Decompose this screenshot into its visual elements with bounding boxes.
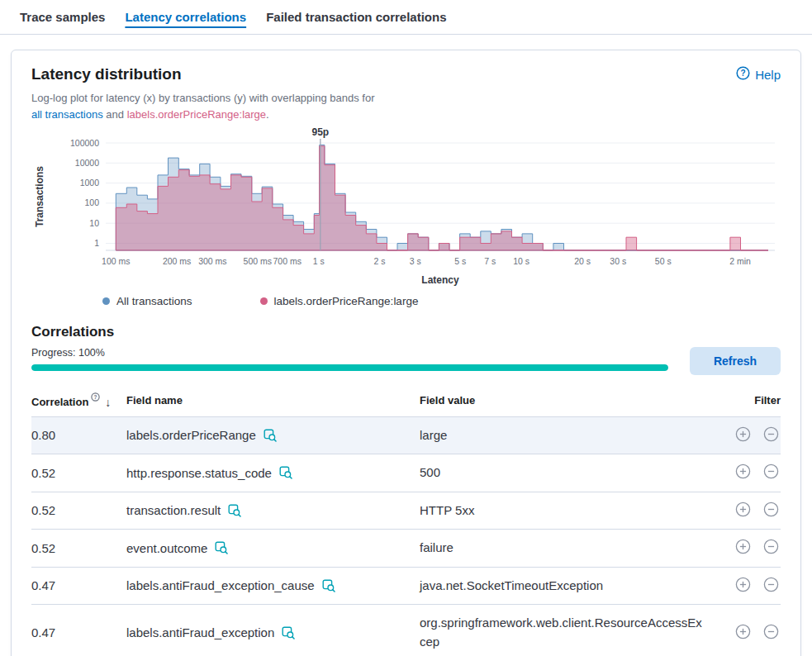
table-row[interactable]: 0.52event.outcomefailure bbox=[31, 530, 781, 568]
field-name: transaction.result bbox=[126, 503, 221, 517]
legend-dot-icon bbox=[102, 297, 110, 305]
legend-item[interactable]: labels.orderPriceRange:large bbox=[260, 295, 419, 307]
tab-failed-transaction-correlations[interactable]: Failed transaction correlations bbox=[266, 10, 446, 34]
inspect-field-icon[interactable] bbox=[282, 626, 295, 639]
help-label: Help bbox=[755, 68, 781, 82]
table-row[interactable]: 0.52http.response.status_code500 bbox=[31, 454, 781, 492]
question-circle-icon: ? bbox=[91, 392, 100, 404]
svg-text:50 s: 50 s bbox=[655, 256, 672, 266]
filter-exclude-icon[interactable] bbox=[763, 624, 779, 639]
legend-dot-icon bbox=[260, 297, 268, 305]
field-name: labels.antiFraud_exception_cause bbox=[126, 578, 315, 592]
svg-text:10 s: 10 s bbox=[513, 256, 529, 266]
tab-latency-correlations[interactable]: Latency correlations bbox=[125, 10, 246, 34]
column-header-field-value: Field value bbox=[420, 385, 717, 416]
inspect-field-icon[interactable] bbox=[264, 429, 277, 442]
table-row[interactable]: 0.52transaction.resultHTTP 5xx bbox=[31, 492, 781, 530]
svg-text:Transactions: Transactions bbox=[34, 166, 45, 227]
panel-title: Latency distribution bbox=[31, 65, 182, 83]
filter-include-icon[interactable] bbox=[735, 463, 751, 479]
chart-legend: All transactionslabels.orderPriceRange:l… bbox=[102, 295, 781, 307]
chart-description: Log-log plot for latency (x) by transact… bbox=[31, 90, 781, 123]
latency-distribution-chart[interactable]: 110100100010000100000100 ms200 ms300 ms5… bbox=[31, 128, 781, 290]
svg-text:100000: 100000 bbox=[70, 138, 99, 148]
progress-fill bbox=[31, 364, 668, 371]
table-row[interactable]: 0.80labels.orderPriceRangelarge bbox=[31, 416, 781, 454]
svg-text:20 s: 20 s bbox=[574, 256, 591, 266]
filter-exclude-icon[interactable] bbox=[763, 539, 779, 554]
help-icon: ? bbox=[736, 66, 750, 83]
column-header-correlation[interactable]: Correlation?↓ bbox=[31, 385, 126, 416]
filter-exclude-icon[interactable] bbox=[763, 426, 779, 442]
svg-text:1000: 1000 bbox=[80, 178, 100, 188]
correlation-value: 0.52 bbox=[31, 530, 126, 568]
filter-include-icon[interactable] bbox=[735, 502, 751, 517]
svg-text:100: 100 bbox=[84, 198, 99, 208]
all-transactions-link[interactable]: all transactions bbox=[31, 108, 103, 121]
progress-label: Progress: 100% bbox=[31, 347, 668, 359]
correlation-value: 0.52 bbox=[31, 492, 126, 530]
svg-text:10000: 10000 bbox=[75, 158, 99, 168]
field-value: HTTP 5xx bbox=[420, 492, 717, 530]
svg-text:2 s: 2 s bbox=[374, 256, 386, 266]
table-row[interactable]: 0.47labels.antiFraud_exception_causejava… bbox=[31, 567, 781, 605]
svg-text:?: ? bbox=[741, 69, 746, 78]
svg-text:95p: 95p bbox=[311, 128, 329, 138]
field-value: java.net.SocketTimeoutException bbox=[420, 567, 717, 605]
svg-text:200 ms: 200 ms bbox=[163, 256, 191, 266]
column-header-field-name: Field name bbox=[126, 385, 420, 416]
svg-text:2 min: 2 min bbox=[729, 256, 751, 266]
field-value: org.springframework.web.client.ResourceA… bbox=[420, 605, 717, 656]
sort-descending-icon: ↓ bbox=[105, 396, 111, 409]
field-value: large bbox=[420, 416, 717, 454]
svg-text:3 s: 3 s bbox=[410, 256, 421, 266]
svg-text:?: ? bbox=[94, 394, 97, 400]
table-row[interactable]: 0.47labels.antiFraud_exceptionorg.spring… bbox=[31, 605, 781, 656]
svg-text:500 ms: 500 ms bbox=[244, 256, 272, 266]
help-link[interactable]: ? Help bbox=[736, 66, 781, 83]
refresh-button[interactable]: Refresh bbox=[690, 347, 781, 375]
filter-include-icon[interactable] bbox=[735, 577, 751, 592]
correlations-title: Correlations bbox=[31, 324, 781, 340]
legend-label: labels.orderPriceRange:large bbox=[274, 295, 419, 307]
svg-text:10: 10 bbox=[89, 218, 99, 228]
filter-include-icon[interactable] bbox=[735, 624, 751, 639]
correlation-value: 0.80 bbox=[31, 416, 126, 454]
svg-text:Latency: Latency bbox=[421, 274, 459, 286]
svg-text:30 s: 30 s bbox=[610, 256, 626, 266]
filter-include-icon[interactable] bbox=[735, 426, 751, 442]
legend-label: All transactions bbox=[116, 295, 192, 307]
order-price-range-link[interactable]: labels.orderPriceRange:large bbox=[127, 108, 266, 121]
field-value: failure bbox=[420, 530, 717, 568]
inspect-field-icon[interactable] bbox=[279, 466, 292, 479]
field-name: event.outcome bbox=[126, 541, 207, 555]
svg-text:300 ms: 300 ms bbox=[198, 256, 226, 266]
tab-trace-samples[interactable]: Trace samples bbox=[20, 10, 105, 34]
svg-text:5 s: 5 s bbox=[454, 256, 466, 266]
svg-text:1 s: 1 s bbox=[313, 256, 325, 266]
inspect-field-icon[interactable] bbox=[322, 579, 335, 592]
field-name: labels.orderPriceRange bbox=[126, 428, 256, 442]
svg-text:100 ms: 100 ms bbox=[102, 256, 130, 266]
filter-exclude-icon[interactable] bbox=[763, 502, 779, 517]
progress-bar bbox=[31, 364, 668, 371]
legend-item[interactable]: All transactions bbox=[102, 295, 192, 307]
filter-exclude-icon[interactable] bbox=[763, 577, 779, 592]
svg-text:700 ms: 700 ms bbox=[273, 256, 301, 266]
field-name: labels.antiFraud_exception bbox=[126, 625, 274, 639]
tab-bar: Trace samplesLatency correlationsFailed … bbox=[0, 0, 812, 35]
correlation-value: 0.52 bbox=[31, 454, 126, 492]
inspect-field-icon[interactable] bbox=[215, 541, 228, 554]
field-name: http.response.status_code bbox=[126, 466, 272, 480]
column-header-filter: Filter bbox=[717, 385, 781, 416]
chart-svg: 110100100010000100000100 ms200 ms300 ms5… bbox=[31, 128, 782, 290]
svg-text:1: 1 bbox=[94, 238, 99, 248]
inspect-field-icon[interactable] bbox=[228, 504, 241, 517]
correlation-value: 0.47 bbox=[31, 567, 126, 605]
filter-include-icon[interactable] bbox=[735, 539, 751, 554]
filter-exclude-icon[interactable] bbox=[763, 463, 779, 479]
svg-text:7 s: 7 s bbox=[484, 256, 496, 266]
correlation-value: 0.47 bbox=[31, 605, 126, 656]
field-value: 500 bbox=[420, 454, 717, 492]
correlations-table: Correlation?↓ Field name Field value Fil… bbox=[31, 385, 781, 656]
